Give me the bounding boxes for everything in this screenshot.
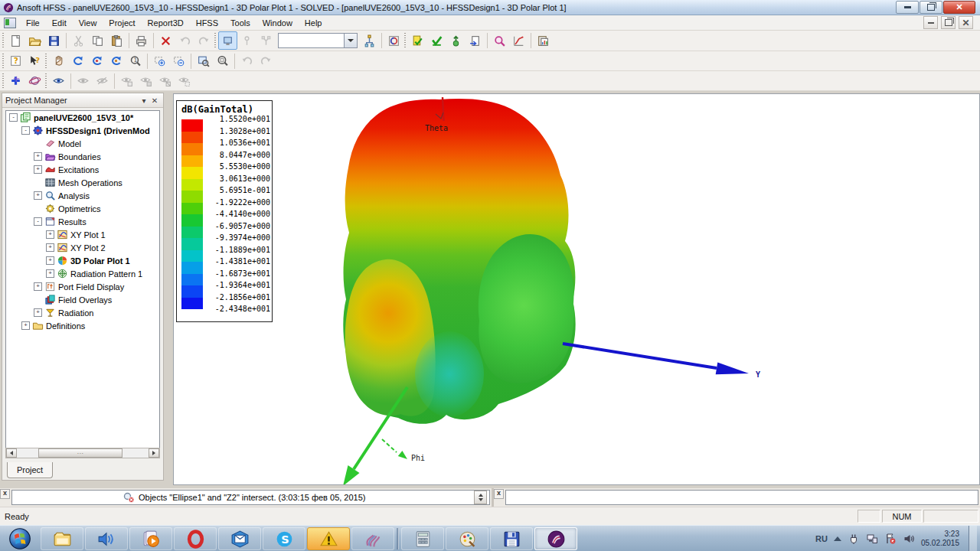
tray-power-icon[interactable] <box>848 533 860 545</box>
taskbar-app-paint[interactable] <box>446 527 488 550</box>
collapse-icon[interactable]: - <box>9 113 18 122</box>
radiation-pattern-3d[interactable]: Theta Phi Y <box>174 94 979 484</box>
toolbar-grip[interactable] <box>2 73 4 89</box>
taskbar-app-save-tool[interactable] <box>490 527 533 550</box>
close-button[interactable]: ✕ <box>943 1 975 14</box>
bool-unite-button[interactable] <box>6 72 25 90</box>
toolbar-grip[interactable] <box>214 33 216 48</box>
save-button[interactable] <box>44 31 64 50</box>
mdi-close-button[interactable]: ✕ <box>959 16 973 29</box>
pick-tool-button[interactable] <box>218 31 237 50</box>
collapse-icon[interactable]: - <box>34 217 42 226</box>
zoom-out-button[interactable] <box>169 52 188 70</box>
tree-item-xy-plot-2[interactable]: +XY Plot 2 <box>6 241 159 254</box>
scroll-thumb[interactable]: ⋯ <box>38 448 122 458</box>
message-spinner[interactable] <box>474 491 487 504</box>
toolbar-grip[interactable] <box>2 54 4 69</box>
menu-tools[interactable]: Tools <box>224 17 256 29</box>
mdi-restore-button[interactable] <box>941 16 956 29</box>
tray-network-icon[interactable] <box>866 533 878 545</box>
tray-clock[interactable]: 3:23 05.02.2015 <box>921 530 959 548</box>
minimize-button[interactable] <box>896 1 919 14</box>
show-desktop-button[interactable] <box>969 526 977 551</box>
zoom-fit-button[interactable] <box>213 52 232 70</box>
tree-item-3d-polar-plot-1[interactable]: +3D Polar Plot 1 <box>6 254 159 267</box>
tree-item-excitations[interactable]: +Excitations <box>6 163 159 176</box>
show-all-eye-button[interactable] <box>49 72 68 90</box>
scroll-right-button[interactable] <box>149 448 159 458</box>
tree-item-field-overlays[interactable]: Field Overlays <box>6 293 159 306</box>
zoom-in-button[interactable] <box>150 52 169 70</box>
menu-project[interactable]: Project <box>103 17 141 29</box>
collapse-icon[interactable]: - <box>21 126 30 135</box>
taskbar-app-ansoft-hfss[interactable] <box>534 527 577 550</box>
tree-item-model[interactable]: Model <box>6 137 159 150</box>
rotate-axis-button[interactable] <box>87 52 106 70</box>
combo-field[interactable] <box>279 34 344 47</box>
taskbar-app-explorer[interactable] <box>41 527 83 550</box>
taskbar-app-alert-app[interactable] <box>307 527 350 550</box>
combo-dropdown-icon[interactable] <box>344 34 357 47</box>
tree-item-analysis[interactable]: +Analysis <box>6 189 159 202</box>
mdi-minimize-button[interactable] <box>923 16 938 29</box>
tree-item-mesh-operations[interactable]: Mesh Operations <box>6 176 159 189</box>
plot-view[interactable]: Theta Phi Y dB(GainTotal) 1.5520e+0011.3… <box>173 93 980 485</box>
expand-icon[interactable]: + <box>34 308 42 317</box>
submit-job-button[interactable] <box>446 31 466 50</box>
restore-button[interactable] <box>920 1 942 14</box>
menu-file[interactable]: File <box>20 17 46 29</box>
expand-icon[interactable]: + <box>46 256 54 265</box>
tree-item-radiation[interactable]: +Radiation <box>6 306 159 319</box>
message-close-icon[interactable]: x <box>0 489 10 499</box>
tab-project[interactable]: Project <box>7 462 53 478</box>
taskbar-app-cad-app[interactable] <box>351 527 394 550</box>
expand-icon[interactable]: + <box>34 282 42 291</box>
tree-item-port-field-display[interactable]: +Port Field Display <box>6 280 159 293</box>
tree-item-xy-plot-1[interactable]: +XY Plot 1 <box>6 228 159 241</box>
expand-icon[interactable]: + <box>46 243 54 252</box>
menu-view[interactable]: View <box>73 17 103 29</box>
start-button[interactable] <box>0 526 40 551</box>
rotate-screen-button[interactable] <box>106 52 126 70</box>
taskbar-app-calculator[interactable] <box>401 527 444 550</box>
export-doc-button[interactable] <box>466 31 485 50</box>
report-curve-button[interactable] <box>509 31 528 50</box>
menu-window[interactable]: Window <box>256 17 299 29</box>
tray-language[interactable]: RU <box>815 534 828 543</box>
expand-icon[interactable]: + <box>21 321 30 330</box>
zoom-window-button[interactable] <box>194 52 213 70</box>
tree-item-radiation-pattern-1[interactable]: +Radiation Pattern 1 <box>6 267 159 280</box>
tree-item-paneluve2600-15v3-10[interactable]: -panelUVE2600_15V3_10* <box>6 111 159 124</box>
expand-icon[interactable]: + <box>46 269 54 278</box>
solution-type-button[interactable] <box>384 31 403 50</box>
new-document-button[interactable] <box>6 31 25 50</box>
tree-item-definitions[interactable]: +Definitions <box>6 319 159 332</box>
orbit-3d-button[interactable] <box>25 72 44 90</box>
validate-button[interactable] <box>408 31 427 50</box>
progress-close-icon[interactable]: x <box>494 489 504 499</box>
taskbar-app-opera-browser[interactable] <box>174 527 217 550</box>
copy-button[interactable] <box>88 31 107 50</box>
delete-red-button[interactable] <box>156 31 175 50</box>
paste-button[interactable] <box>107 31 126 50</box>
analyze-all-button[interactable] <box>427 31 446 50</box>
tree-item-optimetrics[interactable]: Optimetrics <box>6 202 159 215</box>
mdi-child-icon[interactable] <box>4 18 16 28</box>
open-folder-button[interactable] <box>25 31 44 50</box>
toolbar-grip[interactable] <box>45 73 47 89</box>
expand-icon[interactable]: + <box>34 191 42 200</box>
copy-image-button[interactable] <box>534 31 553 50</box>
toolbar-grip[interactable] <box>45 54 47 69</box>
panel-close-icon[interactable]: ✕ <box>149 96 160 106</box>
tray-volume-icon[interactable] <box>903 533 915 545</box>
tree-item-results[interactable]: -Results <box>6 215 159 228</box>
design-variation-combo[interactable] <box>278 33 358 48</box>
pan-hand-button[interactable] <box>49 52 68 70</box>
panel-menu-icon[interactable]: ▾ <box>139 96 149 106</box>
taskbar-app-mail-client[interactable] <box>218 527 261 550</box>
menu-hfss[interactable]: HFSS <box>190 17 224 29</box>
rotate-center-button[interactable] <box>68 52 87 70</box>
toolbar-grip[interactable] <box>404 33 406 48</box>
tree-item-hfssdesign1-drivenmod[interactable]: -HFSSDesign1 (DrivenMod <box>6 124 159 137</box>
scroll-left-button[interactable] <box>6 448 17 458</box>
